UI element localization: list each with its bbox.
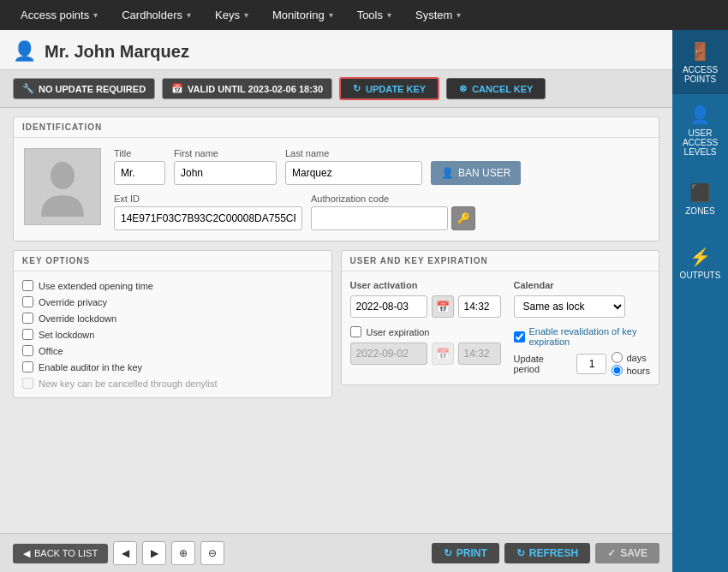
hours-radio[interactable] (612, 365, 623, 376)
activation-date-input[interactable] (350, 295, 427, 318)
sidebar-item-outputs[interactable]: ⚡ OUTPUTS (672, 231, 728, 295)
option-override-lockdown[interactable]: Override lockdown (22, 313, 323, 324)
expiry-row: User expiration 📅 (350, 326, 651, 376)
option-office-checkbox[interactable] (22, 345, 33, 356)
valid-until-badge: 📅 VALID UNTIL 2023-02-06 18:30 (162, 78, 332, 99)
option-extended-opening-checkbox[interactable] (22, 280, 33, 291)
user-access-icon: 👤 (689, 104, 711, 125)
nav-system[interactable]: System ▾ (403, 0, 473, 30)
title-field-group: Title (114, 148, 165, 185)
revalidation-col: Enable revalidation of key expiration Up… (514, 326, 651, 376)
revalidation-label[interactable]: Enable revalidation of key expiration (514, 326, 651, 347)
firstname-field-group: First name (174, 148, 277, 185)
no-update-badge: 🔧 NO UPDATE REQUIRED (13, 78, 155, 99)
avatar (24, 148, 101, 225)
chevron-icon: ▾ (456, 10, 461, 20)
firstname-input[interactable] (174, 161, 277, 185)
option-office[interactable]: Office (22, 345, 323, 356)
refresh-icon: ↻ (353, 83, 361, 94)
expiry-date-input (350, 343, 427, 365)
back-to-list-button[interactable]: ◀ BACK TO LIST (13, 544, 108, 563)
key-options-col: KEY OPTIONS Use extended opening time Ov… (13, 250, 332, 398)
remove-button[interactable]: ⊖ (200, 541, 224, 565)
cancel-icon: ⊗ (459, 83, 467, 94)
refresh-button[interactable]: ↻ REFRESH (504, 543, 590, 563)
update-key-button[interactable]: ↻ UPDATE KEY (339, 77, 439, 100)
lastname-input[interactable] (285, 161, 422, 185)
chevron-icon: ▾ (244, 10, 248, 20)
ext-id-label: Ext ID (114, 194, 302, 204)
nav-monitoring[interactable]: Monitoring ▾ (260, 0, 345, 30)
update-period-input[interactable] (576, 354, 606, 374)
nav-tools[interactable]: Tools ▾ (345, 0, 403, 30)
option-set-lockdown-checkbox[interactable] (22, 329, 33, 340)
expiry-date-row: 📅 (350, 343, 501, 365)
days-radio[interactable] (612, 352, 623, 363)
print-button[interactable]: ↻ PRINT (432, 543, 499, 563)
right-sidebar: 🚪 ACCESS POINTS 👤 USER ACCESS LEVELS ⬛ Z… (672, 30, 728, 572)
period-radio-group: days hours (612, 352, 650, 376)
option-override-privacy[interactable]: Override privacy (22, 296, 323, 307)
action-bar: 🔧 NO UPDATE REQUIRED 📅 VALID UNTIL 2023-… (0, 70, 672, 108)
id-fields: Title First name Last name 👤 (114, 148, 648, 230)
ban-user-button[interactable]: 👤 BAN USER (431, 161, 521, 185)
option-override-privacy-checkbox[interactable] (22, 296, 33, 307)
auth-code-input[interactable] (311, 206, 448, 230)
prev-button[interactable]: ◀ (113, 541, 137, 565)
key-options-title: KEY OPTIONS (14, 251, 331, 271)
user-name: Mr. John Marquez (45, 42, 189, 62)
activation-time-input[interactable] (458, 295, 501, 318)
content-area: IDENTIFICATION Title Firs (0, 108, 672, 533)
auth-code-label: Authorization code (311, 194, 475, 204)
expiration-section: USER AND KEY EXPIRATION User activation … (341, 250, 660, 385)
ext-id-input[interactable] (114, 206, 302, 230)
zones-icon: ⬛ (689, 182, 711, 203)
option-override-lockdown-checkbox[interactable] (22, 313, 33, 324)
nav-access-points[interactable]: Access points ▾ (9, 0, 110, 30)
option-denylist: New key can be cancelled through denylis… (22, 378, 323, 389)
option-enable-auditor-checkbox[interactable] (22, 361, 33, 372)
user-header: 👤 Mr. John Marquez (0, 30, 672, 70)
activation-row: User activation 📅 Calendar S (350, 280, 651, 318)
chevron-icon: ▾ (329, 10, 333, 20)
expiry-body: User activation 📅 Calendar S (342, 271, 659, 384)
key-button[interactable]: 🔑 (451, 206, 475, 230)
sidebar-item-access-points[interactable]: 🚪 ACCESS POINTS (672, 30, 728, 94)
revalidation-checkbox[interactable] (514, 331, 525, 343)
expiration-col: USER AND KEY EXPIRATION User activation … (341, 250, 660, 398)
activation-calendar-button[interactable]: 📅 (432, 295, 454, 318)
arrow-left-icon: ◀ (23, 548, 30, 559)
option-set-lockdown[interactable]: Set lockdown (22, 329, 323, 340)
check-icon: ✓ (607, 547, 616, 559)
title-input[interactable] (114, 161, 165, 185)
expiry-calendar-button: 📅 (432, 343, 454, 365)
hours-radio-label[interactable]: hours (612, 365, 650, 376)
wrench-icon: 🔧 (22, 83, 34, 94)
sidebar-item-user-access-levels[interactable]: 👤 USER ACCESS LEVELS (672, 94, 728, 167)
option-enable-auditor[interactable]: Enable auditor in the key (22, 361, 323, 372)
ext-id-field-group: Ext ID (114, 194, 302, 230)
option-extended-opening[interactable]: Use extended opening time (22, 280, 323, 291)
option-denylist-checkbox (22, 378, 33, 389)
sidebar-item-zones[interactable]: ⬛ ZONES (672, 167, 728, 231)
user-icon: 👤 (13, 40, 36, 63)
identification-section: IDENTIFICATION Title Firs (13, 116, 659, 241)
outputs-icon: ⚡ (689, 247, 711, 267)
activation-col: User activation 📅 (350, 280, 501, 318)
nav-cardholders[interactable]: Cardholders ▾ (110, 0, 203, 30)
calendar-icon: 📅 (171, 83, 183, 94)
calendar-select[interactable]: Same as lock (514, 295, 625, 318)
user-expiry-col: User expiration 📅 (350, 326, 501, 365)
user-expiration-checkbox-label[interactable]: User expiration (350, 326, 501, 337)
identification-title: IDENTIFICATION (14, 117, 659, 138)
user-expiration-checkbox[interactable] (350, 326, 361, 337)
next-button[interactable]: ▶ (142, 541, 166, 565)
cancel-key-button[interactable]: ⊗ CANCEL KEY (446, 78, 546, 99)
add-button[interactable]: ⊕ (171, 541, 195, 565)
key-options-section: KEY OPTIONS Use extended opening time Ov… (13, 250, 332, 398)
identification-body: Title First name Last name 👤 (14, 138, 659, 241)
expiration-title: USER AND KEY EXPIRATION (342, 251, 659, 271)
nav-keys[interactable]: Keys ▾ (203, 0, 260, 30)
days-radio-label[interactable]: days (612, 352, 650, 363)
save-button[interactable]: ✓ SAVE (595, 543, 659, 563)
